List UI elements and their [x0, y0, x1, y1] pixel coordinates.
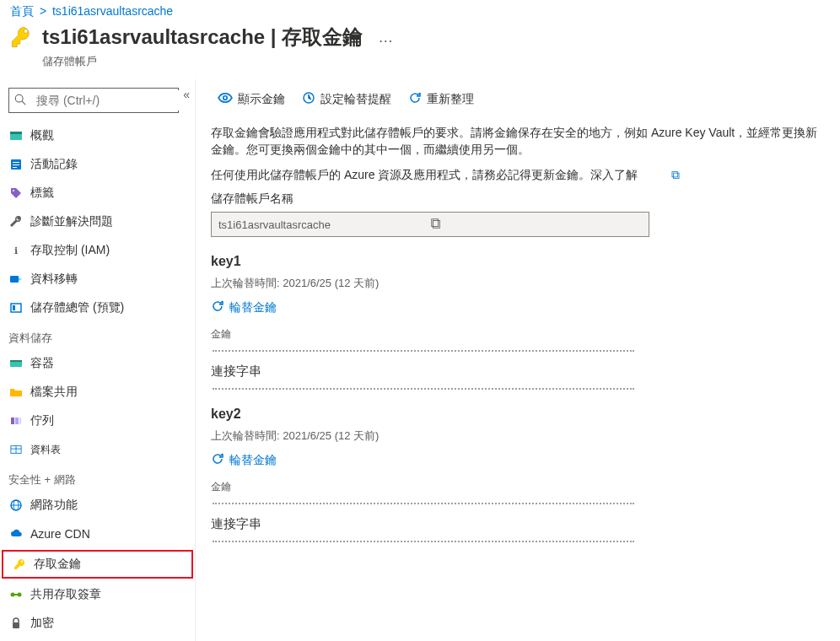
search-input[interactable]	[8, 88, 179, 113]
key2-key-value-hidden	[213, 503, 634, 504]
svg-rect-16	[19, 417, 21, 424]
sas-icon	[8, 587, 24, 602]
page-subtitle: 儲存體帳戶	[42, 54, 830, 69]
container-icon	[8, 356, 24, 371]
description-1: 存取金鑰會驗證應用程式對此儲存體帳戶的要求。請將金鑰保存在安全的地方，例如 Az…	[211, 124, 825, 158]
svg-point-0	[15, 94, 23, 102]
nav-label: 網路功能	[30, 498, 78, 513]
folder-icon	[8, 385, 24, 400]
cmd-label: 重新整理	[427, 92, 474, 107]
nav-overview[interactable]: 概觀	[0, 121, 195, 150]
set-reminder-button[interactable]: 設定輪替提醒	[295, 87, 398, 111]
svg-rect-5	[13, 162, 19, 163]
breadcrumb-current[interactable]: ts1i61asrvaultasrcache	[52, 4, 173, 18]
storage-icon	[8, 128, 24, 143]
nav-label: Azure CDN	[30, 527, 90, 541]
description-2-text: 任何使用此儲存體帳戶的 Azure 資源及應用程式，請務必記得更新金鑰。深入了解	[211, 168, 638, 181]
nav-cdn[interactable]: Azure CDN	[0, 520, 195, 548]
key2-connection-label: 連接字串	[211, 516, 825, 532]
nav-section-data: 資料儲存	[0, 322, 195, 349]
nav-sas[interactable]: 共用存取簽章	[0, 580, 195, 609]
description-2: 任何使用此儲存體帳戶的 Azure 資源及應用程式，請務必記得更新金鑰。深入了解…	[211, 166, 825, 183]
show-keys-button[interactable]: 顯示金鑰	[211, 86, 292, 112]
nav-label: 資料表	[30, 443, 61, 457]
svg-line-1	[22, 101, 25, 105]
nav-file-shares[interactable]: 檔案共用	[0, 378, 195, 407]
sidebar: « 概觀 活動記錄 標籤 診斷並解決問題 ℹ 存取控制 (IAM) 資料移轉 儲…	[0, 79, 196, 641]
key-small-icon	[12, 557, 27, 572]
key2-block: key2 上次輪替時間: 2021/6/25 (12 天前) 輪替金鑰 金鑰 連…	[211, 407, 825, 542]
iam-icon: ℹ	[8, 243, 24, 258]
nav-activity-log[interactable]: 活動記錄	[0, 150, 195, 179]
page-title: ts1i61asrvaultasrcache | 存取金鑰	[42, 24, 363, 51]
page-header: ts1i61asrvaultasrcache | 存取金鑰 … 儲存體帳戶	[0, 24, 840, 79]
search-field[interactable]	[31, 90, 189, 110]
explorer-icon	[8, 300, 24, 315]
key1-rotate-button[interactable]: 輪替金鑰	[211, 299, 277, 315]
nav-label: 加密	[30, 616, 54, 631]
key2-rotate-button[interactable]: 輪替金鑰	[211, 452, 277, 468]
nav-tables[interactable]: 資料表	[0, 435, 195, 464]
key1-block: key1 上次輪替時間: 2021/6/25 (12 天前) 輪替金鑰 金鑰 連…	[211, 254, 825, 390]
nav-label: 容器	[30, 356, 54, 371]
rotate-label: 輪替金鑰	[229, 453, 277, 468]
table-icon	[8, 442, 24, 457]
nav-security[interactable]: 安全性	[0, 638, 195, 641]
command-bar: 顯示金鑰 設定輪替提醒 重新整理	[211, 86, 825, 112]
nav-diagnose[interactable]: 診斷並解決問題	[0, 207, 195, 236]
refresh-button[interactable]: 重新整理	[401, 87, 481, 111]
nav-data-migration[interactable]: 資料移轉	[0, 265, 195, 294]
key1-connection-label: 連接字串	[211, 364, 825, 380]
nav-label: 儲存體總管 (預覽)	[30, 300, 124, 315]
nav-label: 佇列	[30, 413, 54, 428]
nav-encryption[interactable]: 加密	[0, 609, 195, 638]
nav-tags[interactable]: 標籤	[0, 179, 195, 207]
svg-rect-14	[11, 417, 14, 424]
nav-label: 存取控制 (IAM)	[30, 243, 110, 258]
key1-title: key1	[211, 254, 825, 269]
cmd-label: 顯示金鑰	[238, 92, 285, 107]
svg-rect-7	[13, 167, 17, 168]
nav-section-security: 安全性 + 網路	[0, 464, 195, 491]
account-name-field[interactable]: ts1i61asrvaultasrcache	[211, 212, 649, 237]
lock-icon	[8, 616, 24, 631]
nav-label: 標籤	[30, 186, 54, 201]
network-icon	[8, 498, 24, 513]
key2-connection-value-hidden	[213, 541, 634, 542]
svg-rect-15	[15, 417, 19, 424]
external-link-icon[interactable]: ⧉	[671, 168, 680, 181]
wrench-icon	[8, 214, 24, 229]
nav-label: 檔案共用	[30, 385, 78, 400]
key1-key-value-hidden	[213, 350, 634, 352]
breadcrumb-separator: >	[40, 4, 46, 18]
refresh-icon	[408, 91, 422, 107]
nav-queues[interactable]: 佇列	[0, 407, 195, 435]
nav-iam[interactable]: ℹ 存取控制 (IAM)	[0, 236, 195, 265]
svg-point-27	[223, 96, 228, 100]
nav-label: 概觀	[30, 128, 54, 143]
cmd-label: 設定輪替提醒	[320, 92, 391, 107]
nav-networking[interactable]: 網路功能	[0, 491, 195, 520]
nav-containers[interactable]: 容器	[0, 349, 195, 378]
nav-access-keys[interactable]: 存取金鑰	[2, 550, 193, 579]
key2-last-rotated: 上次輪替時間: 2021/6/25 (12 天前)	[211, 428, 825, 444]
account-name-value: ts1i61asrvaultasrcache	[218, 218, 430, 231]
copy-icon[interactable]	[430, 218, 642, 232]
nav-label: 共用存取簽章	[30, 587, 101, 602]
search-icon	[9, 94, 31, 108]
nav-label: 存取金鑰	[34, 557, 81, 572]
svg-rect-26	[13, 622, 19, 628]
eye-icon	[218, 90, 233, 108]
collapse-icon[interactable]: «	[183, 88, 190, 101]
key1-last-rotated: 上次輪替時間: 2021/6/25 (12 天前)	[211, 276, 825, 291]
key1-connection-value-hidden	[213, 388, 634, 390]
svg-rect-13	[10, 360, 22, 362]
nav-storage-explorer[interactable]: 儲存體總管 (預覽)	[0, 294, 195, 322]
breadcrumb-home[interactable]: 首頁	[10, 4, 34, 18]
nav-label: 診斷並解決問題	[30, 214, 113, 229]
account-name-label: 儲存體帳戶名稱	[211, 191, 825, 207]
more-button[interactable]: …	[378, 29, 393, 46]
log-icon	[8, 157, 24, 172]
cloud-icon	[8, 526, 24, 541]
svg-rect-6	[13, 164, 19, 165]
